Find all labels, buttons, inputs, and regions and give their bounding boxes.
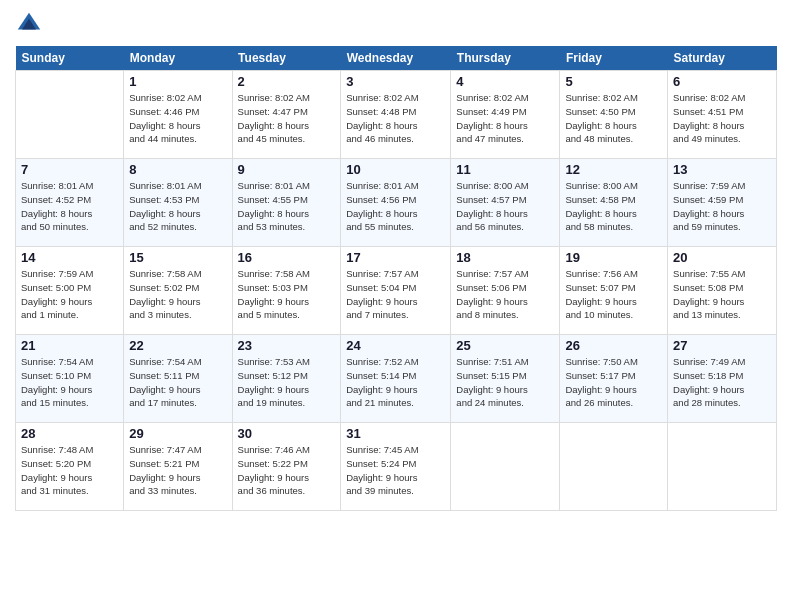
calendar-cell: 8Sunrise: 8:01 AMSunset: 4:53 PMDaylight… [124,159,232,247]
calendar-cell: 31Sunrise: 7:45 AMSunset: 5:24 PMDayligh… [341,423,451,511]
calendar-cell: 7Sunrise: 8:01 AMSunset: 4:52 PMDaylight… [16,159,124,247]
date-number: 22 [129,338,226,353]
date-number: 13 [673,162,771,177]
calendar-cell [668,423,777,511]
calendar-cell: 11Sunrise: 8:00 AMSunset: 4:57 PMDayligh… [451,159,560,247]
calendar-cell: 23Sunrise: 7:53 AMSunset: 5:12 PMDayligh… [232,335,341,423]
day-info: Sunrise: 7:49 AMSunset: 5:18 PMDaylight:… [673,355,771,410]
date-number: 6 [673,74,771,89]
date-number: 14 [21,250,118,265]
date-number: 5 [565,74,662,89]
calendar-table: SundayMondayTuesdayWednesdayThursdayFrid… [15,46,777,511]
calendar-cell: 22Sunrise: 7:54 AMSunset: 5:11 PMDayligh… [124,335,232,423]
date-number: 28 [21,426,118,441]
date-number: 3 [346,74,445,89]
day-info: Sunrise: 7:58 AMSunset: 5:03 PMDaylight:… [238,267,336,322]
day-info: Sunrise: 8:02 AMSunset: 4:51 PMDaylight:… [673,91,771,146]
calendar-cell: 18Sunrise: 7:57 AMSunset: 5:06 PMDayligh… [451,247,560,335]
calendar-cell: 24Sunrise: 7:52 AMSunset: 5:14 PMDayligh… [341,335,451,423]
calendar-cell: 27Sunrise: 7:49 AMSunset: 5:18 PMDayligh… [668,335,777,423]
calendar-cell: 20Sunrise: 7:55 AMSunset: 5:08 PMDayligh… [668,247,777,335]
logo-icon [15,10,43,38]
calendar-cell: 12Sunrise: 8:00 AMSunset: 4:58 PMDayligh… [560,159,668,247]
calendar-cell: 2Sunrise: 8:02 AMSunset: 4:47 PMDaylight… [232,71,341,159]
calendar-cell: 14Sunrise: 7:59 AMSunset: 5:00 PMDayligh… [16,247,124,335]
day-info: Sunrise: 8:02 AMSunset: 4:46 PMDaylight:… [129,91,226,146]
calendar-cell: 9Sunrise: 8:01 AMSunset: 4:55 PMDaylight… [232,159,341,247]
day-info: Sunrise: 8:01 AMSunset: 4:55 PMDaylight:… [238,179,336,234]
calendar-cell: 29Sunrise: 7:47 AMSunset: 5:21 PMDayligh… [124,423,232,511]
weekday-header-friday: Friday [560,46,668,71]
calendar-cell: 26Sunrise: 7:50 AMSunset: 5:17 PMDayligh… [560,335,668,423]
day-info: Sunrise: 7:54 AMSunset: 5:10 PMDaylight:… [21,355,118,410]
week-row-5: 28Sunrise: 7:48 AMSunset: 5:20 PMDayligh… [16,423,777,511]
week-row-2: 7Sunrise: 8:01 AMSunset: 4:52 PMDaylight… [16,159,777,247]
date-number: 25 [456,338,554,353]
day-info: Sunrise: 7:59 AMSunset: 4:59 PMDaylight:… [673,179,771,234]
week-row-3: 14Sunrise: 7:59 AMSunset: 5:00 PMDayligh… [16,247,777,335]
day-info: Sunrise: 7:59 AMSunset: 5:00 PMDaylight:… [21,267,118,322]
calendar-cell [16,71,124,159]
logo [15,10,47,38]
day-info: Sunrise: 7:56 AMSunset: 5:07 PMDaylight:… [565,267,662,322]
calendar-cell: 17Sunrise: 7:57 AMSunset: 5:04 PMDayligh… [341,247,451,335]
weekday-header-wednesday: Wednesday [341,46,451,71]
weekday-header-row: SundayMondayTuesdayWednesdayThursdayFrid… [16,46,777,71]
calendar-cell: 21Sunrise: 7:54 AMSunset: 5:10 PMDayligh… [16,335,124,423]
date-number: 27 [673,338,771,353]
day-info: Sunrise: 8:01 AMSunset: 4:53 PMDaylight:… [129,179,226,234]
day-info: Sunrise: 7:47 AMSunset: 5:21 PMDaylight:… [129,443,226,498]
date-number: 12 [565,162,662,177]
calendar-cell [560,423,668,511]
weekday-header-tuesday: Tuesday [232,46,341,71]
date-number: 1 [129,74,226,89]
calendar-cell: 3Sunrise: 8:02 AMSunset: 4:48 PMDaylight… [341,71,451,159]
weekday-header-sunday: Sunday [16,46,124,71]
week-row-4: 21Sunrise: 7:54 AMSunset: 5:10 PMDayligh… [16,335,777,423]
calendar-cell: 30Sunrise: 7:46 AMSunset: 5:22 PMDayligh… [232,423,341,511]
day-info: Sunrise: 8:02 AMSunset: 4:50 PMDaylight:… [565,91,662,146]
day-info: Sunrise: 8:01 AMSunset: 4:56 PMDaylight:… [346,179,445,234]
date-number: 17 [346,250,445,265]
date-number: 2 [238,74,336,89]
header [15,10,777,38]
day-info: Sunrise: 7:50 AMSunset: 5:17 PMDaylight:… [565,355,662,410]
calendar-cell: 19Sunrise: 7:56 AMSunset: 5:07 PMDayligh… [560,247,668,335]
day-info: Sunrise: 7:46 AMSunset: 5:22 PMDaylight:… [238,443,336,498]
date-number: 7 [21,162,118,177]
day-info: Sunrise: 7:53 AMSunset: 5:12 PMDaylight:… [238,355,336,410]
date-number: 4 [456,74,554,89]
day-info: Sunrise: 7:48 AMSunset: 5:20 PMDaylight:… [21,443,118,498]
calendar-cell: 4Sunrise: 8:02 AMSunset: 4:49 PMDaylight… [451,71,560,159]
date-number: 23 [238,338,336,353]
day-info: Sunrise: 8:02 AMSunset: 4:47 PMDaylight:… [238,91,336,146]
day-info: Sunrise: 8:02 AMSunset: 4:49 PMDaylight:… [456,91,554,146]
day-info: Sunrise: 7:57 AMSunset: 5:06 PMDaylight:… [456,267,554,322]
day-info: Sunrise: 8:00 AMSunset: 4:57 PMDaylight:… [456,179,554,234]
main-container: SundayMondayTuesdayWednesdayThursdayFrid… [0,0,792,612]
day-info: Sunrise: 7:55 AMSunset: 5:08 PMDaylight:… [673,267,771,322]
day-info: Sunrise: 8:02 AMSunset: 4:48 PMDaylight:… [346,91,445,146]
calendar-cell [451,423,560,511]
calendar-cell: 10Sunrise: 8:01 AMSunset: 4:56 PMDayligh… [341,159,451,247]
date-number: 19 [565,250,662,265]
date-number: 24 [346,338,445,353]
day-info: Sunrise: 7:57 AMSunset: 5:04 PMDaylight:… [346,267,445,322]
calendar-cell: 16Sunrise: 7:58 AMSunset: 5:03 PMDayligh… [232,247,341,335]
weekday-header-monday: Monday [124,46,232,71]
calendar-cell: 13Sunrise: 7:59 AMSunset: 4:59 PMDayligh… [668,159,777,247]
date-number: 30 [238,426,336,441]
date-number: 18 [456,250,554,265]
date-number: 16 [238,250,336,265]
calendar-cell: 6Sunrise: 8:02 AMSunset: 4:51 PMDaylight… [668,71,777,159]
date-number: 21 [21,338,118,353]
calendar-cell: 1Sunrise: 8:02 AMSunset: 4:46 PMDaylight… [124,71,232,159]
day-info: Sunrise: 7:58 AMSunset: 5:02 PMDaylight:… [129,267,226,322]
date-number: 8 [129,162,226,177]
date-number: 15 [129,250,226,265]
day-info: Sunrise: 7:45 AMSunset: 5:24 PMDaylight:… [346,443,445,498]
weekday-header-thursday: Thursday [451,46,560,71]
date-number: 10 [346,162,445,177]
calendar-cell: 5Sunrise: 8:02 AMSunset: 4:50 PMDaylight… [560,71,668,159]
day-info: Sunrise: 8:01 AMSunset: 4:52 PMDaylight:… [21,179,118,234]
